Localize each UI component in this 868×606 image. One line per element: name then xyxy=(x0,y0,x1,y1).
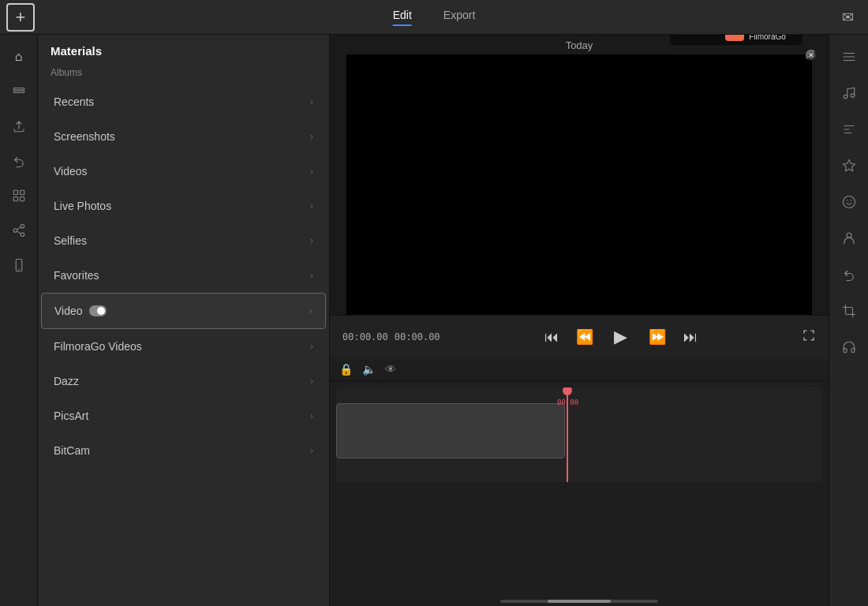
left-panel: Materials Albums Recents › Screenshots ›… xyxy=(38,35,330,606)
main-layout: ⌂ Materials Albums Recents › xyxy=(0,35,868,606)
headphone-icon[interactable] xyxy=(835,333,863,361)
top-tabs: Edit Export xyxy=(393,9,476,26)
close-watermark-button[interactable]: ✕ xyxy=(806,50,817,61)
chevron-right-icon: › xyxy=(310,131,313,142)
panel-sub: Albums xyxy=(38,64,329,84)
home-icon[interactable]: ⌂ xyxy=(5,43,33,71)
menu-item-filmorago-videos[interactable]: FilmoraGo Videos › xyxy=(41,329,326,364)
playhead-time: 00:00 xyxy=(557,398,578,406)
svg-point-18 xyxy=(843,196,855,208)
playhead[interactable]: 00:00 xyxy=(567,387,568,482)
far-left-panel: ⌂ xyxy=(0,35,38,606)
chevron-right-icon: › xyxy=(310,235,313,246)
svg-line-9 xyxy=(17,231,21,234)
chevron-right-icon: › xyxy=(310,96,313,107)
step-back-button[interactable]: ⏪ xyxy=(573,325,597,349)
svg-rect-4 xyxy=(13,197,17,201)
step-forward-button[interactable]: ⏩ xyxy=(645,325,669,349)
panel-header: Materials xyxy=(38,35,329,64)
menu-item-live-photos[interactable]: Live Photos › xyxy=(41,189,326,223)
menu-item-label: Selfies xyxy=(54,234,87,247)
sticker-pin-icon[interactable] xyxy=(835,152,863,180)
device-icon[interactable] xyxy=(5,251,33,279)
menu-item-label: Recents xyxy=(54,95,94,108)
chevron-right-icon: › xyxy=(310,270,313,281)
menu-item-left: Video xyxy=(54,305,107,317)
chevron-right-icon: › xyxy=(309,305,312,316)
playhead-marker xyxy=(563,387,572,395)
total-time: 00:00.00 xyxy=(395,331,440,342)
fullscreen-button[interactable] xyxy=(802,328,816,346)
toggle-switch[interactable] xyxy=(89,305,107,316)
svg-rect-1 xyxy=(13,91,24,92)
music-note-icon[interactable] xyxy=(835,79,863,107)
tab-edit[interactable]: Edit xyxy=(393,9,412,26)
menu-item-selfies[interactable]: Selfies › xyxy=(41,223,326,258)
svg-point-21 xyxy=(847,233,851,238)
svg-point-17 xyxy=(851,94,855,98)
watermark-content: Created with W WondershareFilmoraGo xyxy=(670,35,803,45)
svg-point-16 xyxy=(844,95,847,99)
time-display: 00:00.00 00:00.00 xyxy=(342,331,440,342)
volume-icon[interactable]: 🔈 xyxy=(362,363,376,376)
svg-rect-0 xyxy=(13,88,24,90)
timeline-area: 🔒 🔈 👁 00:00 xyxy=(330,358,829,606)
menu-item-label: Live Photos xyxy=(54,200,111,212)
watermark-logo: W xyxy=(725,35,744,41)
menu-item-label: FilmoraGo Videos xyxy=(54,340,142,353)
undo-revert-icon[interactable] xyxy=(835,260,863,289)
menu-item-label: BitCam xyxy=(54,444,90,457)
ctrl-buttons: ⏮ ⏪ ▶ ⏩ ⏭ xyxy=(540,322,702,352)
top-bar-left: + xyxy=(6,3,54,32)
menu-item-screenshots[interactable]: Screenshots › xyxy=(41,119,326,154)
menu-item-videos[interactable]: Videos › xyxy=(41,154,326,189)
svg-point-8 xyxy=(21,233,24,237)
add-button[interactable]: + xyxy=(6,3,35,32)
svg-rect-5 xyxy=(20,197,24,201)
menu-item-label: PicsArt xyxy=(54,410,88,422)
text-title-icon[interactable] xyxy=(835,115,863,144)
grid-icon[interactable] xyxy=(5,181,33,210)
eye-icon[interactable]: 👁 xyxy=(385,363,396,376)
mail-icon[interactable]: ✉ xyxy=(833,3,862,32)
export-arrow-icon[interactable] xyxy=(5,112,33,140)
chevron-right-icon: › xyxy=(310,410,313,421)
menu-item-video[interactable]: Video › xyxy=(41,293,326,329)
skip-back-button[interactable]: ⏮ xyxy=(540,325,563,349)
share-icon[interactable] xyxy=(5,216,33,245)
hamburger-icon[interactable] xyxy=(835,43,863,71)
crop-icon[interactable] xyxy=(835,297,863,325)
menu-item-label: Video xyxy=(54,305,83,317)
menu-item-label: Dazz xyxy=(54,375,79,387)
menu-item-bitcam[interactable]: BitCam › xyxy=(41,433,326,468)
undo-left-icon[interactable] xyxy=(5,147,33,175)
center-right: Today ✕ Created with W WondershareFilmor… xyxy=(330,35,829,606)
chevron-right-icon: › xyxy=(310,166,313,177)
svg-point-7 xyxy=(13,229,17,233)
svg-point-6 xyxy=(21,225,24,229)
chevron-right-icon: › xyxy=(310,341,313,352)
menu-item-picsart[interactable]: PicsArt › xyxy=(41,398,326,433)
svg-rect-3 xyxy=(20,190,24,194)
lock-icon[interactable]: 🔒 xyxy=(339,363,353,376)
top-bar: + Edit Export ✉ xyxy=(0,0,868,35)
top-bar-right: ✉ xyxy=(833,3,862,32)
menu-item-dazz[interactable]: Dazz › xyxy=(41,364,326,398)
video-track[interactable] xyxy=(336,403,565,458)
tab-export[interactable]: Export xyxy=(443,9,475,26)
skip-forward-button[interactable]: ⏭ xyxy=(679,325,702,349)
menu-item-recents[interactable]: Recents › xyxy=(41,84,326,119)
created-with-label: Created with xyxy=(676,35,720,36)
layers-icon[interactable] xyxy=(5,77,33,106)
current-time: 00:00.00 xyxy=(342,331,388,342)
video-preview: ✕ Created with W WondershareFilmoraGo xyxy=(346,54,812,315)
menu-item-label: Videos xyxy=(54,165,88,178)
person-silhouette-icon[interactable] xyxy=(835,224,863,252)
timeline-scrollbar[interactable] xyxy=(500,600,658,603)
emoji-face-icon[interactable] xyxy=(835,188,863,216)
menu-list: Recents › Screenshots › Videos › Live Ph… xyxy=(38,84,329,606)
play-pause-button[interactable]: ▶ xyxy=(606,322,636,352)
chevron-right-icon: › xyxy=(310,445,313,456)
menu-item-favorites[interactable]: Favorites › xyxy=(41,258,326,293)
timeline-toolbar: 🔒 🔈 👁 xyxy=(330,358,829,381)
